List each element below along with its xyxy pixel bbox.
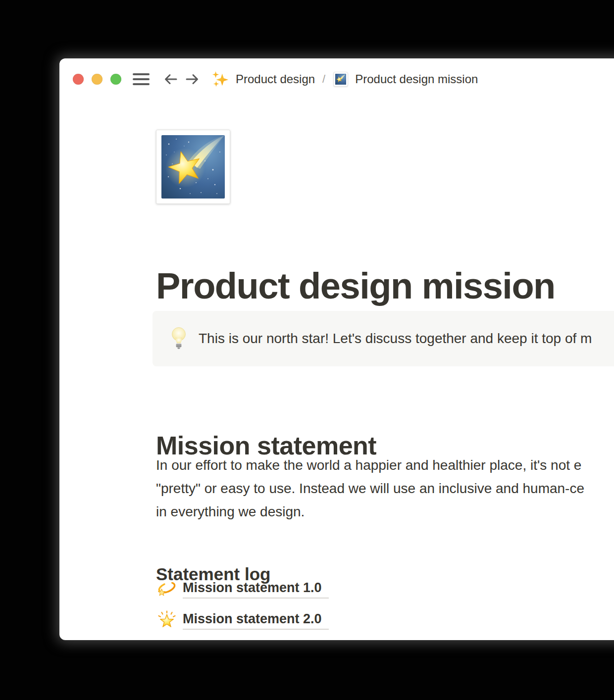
callout: This is our north star! Let's discuss to…: [153, 311, 614, 366]
sparkles-icon: [212, 70, 229, 88]
arrow-left-icon: [162, 72, 178, 87]
paragraph-line: "pretty" or easy to use. Instead we will…: [156, 477, 584, 500]
paragraph-line: in everything we design.: [156, 500, 584, 523]
mission-paragraph: In our effort to make the world a happie…: [156, 453, 584, 523]
dizzy-star-icon: [157, 579, 177, 599]
link-mission-statement-2[interactable]: Mission statement 2.0: [183, 611, 329, 630]
traffic-lights: [73, 74, 121, 85]
paragraph-line: In our effort to make the world a happie…: [156, 453, 584, 477]
app-window: Product design / Product design mission: [59, 58, 614, 640]
page-title: Product design mission: [156, 265, 555, 307]
callout-text: This is our north star! Let's discuss to…: [199, 331, 592, 347]
shooting-star-art: [161, 135, 225, 199]
zoom-button[interactable]: [110, 74, 121, 85]
close-button[interactable]: [73, 74, 84, 85]
breadcrumb-item-product-design[interactable]: Product design: [236, 72, 315, 86]
link-mission-statement-1[interactable]: Mission statement 1.0: [183, 580, 329, 599]
minimize-button[interactable]: [92, 74, 102, 85]
hamburger-menu-icon[interactable]: [133, 73, 150, 86]
breadcrumb-separator: /: [322, 73, 325, 86]
list-item: Mission statement 1.0: [157, 578, 329, 600]
titlebar: Product design / Product design mission: [59, 70, 614, 88]
breadcrumb-item-current[interactable]: Product design mission: [355, 72, 478, 86]
back-button[interactable]: [162, 72, 178, 87]
shooting-star-thumb: [335, 74, 346, 85]
glowing-star-icon: [157, 610, 177, 630]
forward-button[interactable]: [185, 72, 201, 87]
arrow-right-icon: [185, 72, 201, 87]
list-item: Mission statement 2.0: [157, 609, 329, 631]
shooting-star-icon[interactable]: [333, 72, 348, 87]
page-icon[interactable]: [156, 130, 230, 204]
light-bulb-icon: [169, 326, 188, 351]
